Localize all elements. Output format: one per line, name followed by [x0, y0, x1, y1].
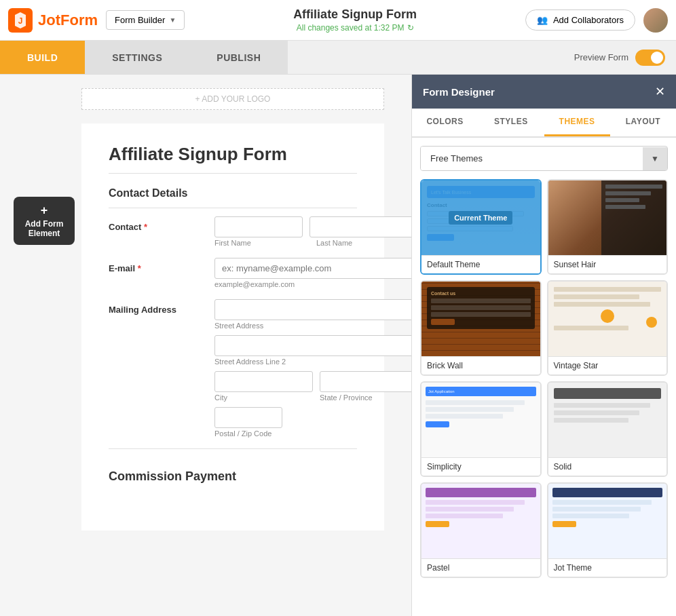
plus-icon: +: [23, 204, 65, 218]
panel-title: Form Designer: [423, 86, 495, 98]
jotform-logo-icon: J: [8, 8, 33, 33]
contact-label: Contact *: [109, 216, 204, 232]
tab-colors[interactable]: COLORS: [412, 109, 478, 136]
form-builder-label: Form Builder: [115, 15, 165, 25]
tab-layout[interactable]: LAYOUT: [610, 109, 676, 136]
theme-preview-sunset: [548, 180, 667, 255]
panel-tabs: COLORS STYLES THEMES LAYOUT: [412, 109, 676, 138]
tab-publish-label: PUBLISH: [217, 52, 261, 63]
state-field: State / Province: [320, 371, 411, 402]
last-name-sublabel: Last Name: [316, 239, 405, 247]
theme-preview-brick: Contact us: [421, 282, 540, 356]
avatar-image: [643, 8, 668, 33]
theme-name-brick-wall: Brick Wall: [421, 356, 540, 374]
navbar: J JotForm Form Builder ▼ Affiliate Signu…: [0, 0, 676, 41]
city-field: City: [214, 371, 313, 402]
state-sublabel: State / Province: [320, 393, 411, 402]
email-input[interactable]: [214, 258, 411, 279]
themes-filter-arrow-icon[interactable]: ▼: [643, 147, 667, 170]
address-inputs: Street Address Street Address Line 2 Cit…: [214, 299, 411, 438]
tab-styles[interactable]: STYLES: [478, 109, 544, 136]
form-area: + Add Form Element + ADD YOUR LOGO Affil…: [0, 75, 411, 616]
tab-settings-label: SETTINGS: [112, 52, 162, 63]
city-input[interactable]: [214, 371, 313, 392]
first-name-input[interactable]: [214, 216, 303, 237]
theme-preview-solid: [548, 383, 667, 457]
contact-inputs: First Name Last Name: [214, 216, 411, 247]
tab-settings[interactable]: SETTINGS: [85, 41, 189, 74]
tab-themes-label: THEMES: [559, 117, 595, 126]
theme-card-vintage-star[interactable]: Vintage Star: [547, 280, 669, 376]
svg-text:J: J: [18, 16, 23, 26]
tab-publish[interactable]: PUBLISH: [189, 41, 288, 74]
current-theme-overlay: Current Theme: [421, 180, 540, 255]
refresh-icon: ↻: [407, 23, 414, 33]
theme-name-jot-theme: Jot Theme: [548, 558, 667, 577]
vintage-circle-accent: [646, 317, 657, 328]
email-inputs: example@example.com: [214, 258, 411, 288]
tab-colors-label: COLORS: [426, 117, 463, 126]
email-label: E-mail *: [109, 258, 204, 273]
people-icon: 👥: [537, 15, 548, 25]
tab-themes[interactable]: THEMES: [544, 109, 610, 136]
nav-center: Affiliate Signup Form All changes saved …: [185, 7, 525, 33]
tab-build-label: BUILD: [27, 52, 58, 63]
themes-filter-label: Free Themes: [421, 147, 643, 170]
street-sublabel: Street Address: [214, 322, 411, 330]
add-collaborators-label: Add Collaborators: [553, 15, 624, 25]
logo-text: JotForm: [38, 12, 98, 29]
state-input[interactable]: [320, 371, 411, 392]
preview-area: Preview Form: [574, 50, 676, 66]
tab-build[interactable]: BUILD: [0, 41, 85, 74]
street-address-line: Street Address: [214, 299, 411, 330]
theme-card-brick-wall[interactable]: Contact us Brick Wall: [420, 280, 542, 376]
add-collaborators-button[interactable]: 👥 Add Collaborators: [525, 9, 635, 31]
street2-address-input[interactable]: [214, 335, 411, 356]
preview-toggle[interactable]: [635, 50, 665, 66]
add-element-label: Add Form Element: [25, 219, 64, 238]
form-main-title: Affiliate Signup Form: [109, 144, 357, 165]
zip-input[interactable]: [214, 407, 282, 428]
theme-card-simplicity[interactable]: Jot Application Simplicity: [420, 381, 542, 477]
last-name-input[interactable]: [309, 216, 411, 237]
zip-sublabel: Postal / Zip Code: [214, 429, 411, 438]
theme-card-default[interactable]: Let's Talk Business Contact Current Them…: [420, 179, 542, 275]
add-logo-label: + ADD YOUR LOGO: [195, 94, 271, 104]
toggle-knob: [651, 52, 663, 64]
street-address-input[interactable]: [214, 299, 411, 320]
form-divider-2: [109, 208, 357, 208]
contact-field-row: Contact * First Name Last Name: [109, 216, 357, 247]
preview-form-label: Preview Form: [574, 52, 628, 62]
form-divider-1: [109, 173, 357, 174]
logo-area: J JotForm: [8, 8, 98, 33]
nav-right: 👥 Add Collaborators: [525, 8, 668, 33]
add-form-element-button[interactable]: + Add Form Element: [14, 197, 75, 245]
theme-preview-simplicity: Jot Application: [421, 383, 540, 457]
name-sublabels: First Name Last Name: [214, 237, 411, 247]
theme-name-vintage-star: Vintage Star: [548, 356, 667, 374]
theme-card-solid[interactable]: Solid: [547, 381, 669, 477]
panel-close-button[interactable]: ✕: [655, 84, 665, 99]
theme-card-sunset-hair[interactable]: Sunset Hair: [547, 179, 669, 275]
themes-grid: Let's Talk Business Contact Current Them…: [420, 179, 668, 578]
commission-section-title: Commission Payment: [109, 469, 357, 484]
theme-name-default: Default Theme: [421, 255, 540, 273]
form-card: Affiliate Signup Form Contact Details Co…: [81, 123, 384, 531]
first-name-sublabel: First Name: [214, 239, 303, 247]
themes-filter[interactable]: Free Themes ▼: [420, 146, 668, 171]
logo-bar: + ADD YOUR LOGO: [81, 88, 384, 110]
theme-card-pastel[interactable]: Pastel: [420, 482, 542, 578]
theme-preview-pastel: [421, 484, 540, 558]
theme-preview-default: Let's Talk Business Contact Current Them…: [421, 180, 540, 255]
contact-section-title: Contact Details: [109, 187, 357, 199]
street2-address-line: Street Address Line 2: [214, 335, 411, 366]
save-status: All changes saved at 1:32 PM ↻: [185, 23, 525, 33]
name-input-group: [214, 216, 411, 237]
save-status-text: All changes saved at 1:32 PM: [297, 23, 405, 33]
theme-name-pastel: Pastel: [421, 558, 540, 577]
email-field-row: E-mail * example@example.com: [109, 258, 357, 288]
designer-panel: Form Designer ✕ COLORS STYLES THEMES LAY…: [411, 75, 676, 616]
theme-name-solid: Solid: [548, 457, 667, 476]
form-builder-button[interactable]: Form Builder ▼: [106, 10, 185, 30]
theme-card-jot-theme[interactable]: Jot Theme: [547, 482, 669, 578]
